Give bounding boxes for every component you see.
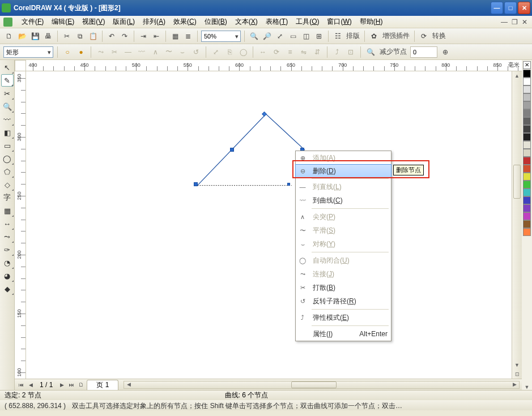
welcome-button[interactable]: ≣ — [182, 31, 194, 42]
paste-button[interactable]: 📋 — [87, 31, 99, 42]
reduce-input[interactable] — [410, 46, 437, 58]
color-swatch[interactable] — [523, 109, 531, 117]
smooth-button[interactable]: 〜 — [163, 46, 175, 58]
menu-工具[interactable]: 工具(O) — [292, 16, 322, 28]
mdi-restore-button[interactable]: ❐ — [510, 18, 518, 26]
reverse-button[interactable]: ↺ — [190, 46, 202, 58]
ctx-属性[interactable]: 属性(I)Alt+Enter — [296, 327, 391, 341]
ctx-打散[interactable]: ✂打散(B) — [296, 281, 391, 294]
ctx-到曲线[interactable]: 〰到曲线(C) — [296, 194, 391, 207]
add-node-button[interactable]: ○ — [62, 46, 73, 58]
shape-tool[interactable]: ✎ — [1, 74, 14, 87]
fill-tool[interactable]: ◕ — [1, 269, 14, 282]
smart-fill-tool[interactable]: ◧ — [1, 126, 14, 139]
menu-窗口[interactable]: 窗口(W) — [324, 16, 355, 28]
pick-tool[interactable]: ↖ — [1, 61, 14, 74]
eyedropper-tool[interactable]: ✑ — [1, 243, 14, 256]
color-swatch[interactable] — [523, 117, 531, 125]
select-all-button[interactable]: ⊡ — [345, 46, 356, 58]
color-swatch[interactable] — [523, 220, 531, 228]
to-curve-button[interactable]: 〰 — [136, 46, 147, 58]
vertical-scrollbar[interactable]: ▲ ▼ ⊡ — [512, 71, 522, 379]
minimize-button[interactable]: — — [491, 2, 503, 14]
new-button[interactable]: 🗋 — [3, 31, 15, 42]
break-node-button[interactable]: ✂ — [109, 46, 120, 58]
menu-表格[interactable]: 表格(T) — [262, 16, 291, 28]
cusp-button[interactable]: ∧ — [150, 46, 161, 58]
app-launcher-button[interactable]: ▦ — [169, 31, 181, 42]
symm-button[interactable]: ⌣ — [177, 46, 188, 58]
ctx-删除[interactable]: ⊖删除(D) — [295, 164, 391, 178]
color-swatch[interactable] — [523, 125, 531, 133]
dimension-tool[interactable]: ↔ — [1, 217, 14, 230]
zoom-page-button[interactable]: ▭ — [287, 31, 299, 42]
menu-版面[interactable]: 版面(L) — [109, 16, 138, 28]
close-path-button[interactable]: ◯ — [237, 46, 249, 58]
color-swatch[interactable] — [523, 157, 531, 165]
extend-button[interactable]: ⤢ — [210, 46, 222, 58]
polygon-tool[interactable]: ⬠ — [1, 165, 14, 178]
color-swatch[interactable] — [523, 101, 531, 109]
color-swatch[interactable] — [523, 204, 531, 212]
snap-button[interactable]: ☷ — [332, 31, 343, 42]
text-tool[interactable]: 字 — [1, 191, 14, 204]
align-button[interactable]: ≡ — [284, 46, 296, 58]
export-button[interactable]: ⇤ — [151, 31, 162, 42]
ruler-vertical[interactable]: 350300250200150100 — [15, 71, 26, 379]
first-page-button[interactable]: ⏮ — [17, 381, 25, 389]
table-tool[interactable]: ▦ — [1, 204, 14, 217]
join-nodes-button[interactable]: ⤳ — [95, 46, 107, 58]
color-swatch[interactable] — [523, 173, 531, 181]
color-swatch[interactable] — [523, 149, 531, 157]
color-swatch[interactable] — [523, 70, 531, 78]
redo-button[interactable]: ↷ — [119, 31, 130, 42]
scroll-down-button[interactable]: ▼ — [512, 361, 522, 370]
open-button[interactable]: 📂 — [16, 31, 28, 42]
page-tab[interactable]: 页 1 — [87, 380, 118, 390]
delete-node-button[interactable]: ● — [75, 46, 87, 58]
reflect-v-button[interactable]: ⇵ — [312, 46, 323, 58]
menu-视图[interactable]: 视图(V) — [79, 16, 108, 28]
nav-button[interactable]: ⊡ — [512, 370, 522, 379]
layout-label[interactable]: 排版 — [345, 31, 361, 41]
cut-button[interactable]: ✂ — [61, 31, 73, 42]
undo-button[interactable]: ↶ — [106, 31, 117, 42]
color-swatch[interactable] — [523, 93, 531, 101]
prev-page-button[interactable]: ◀ — [27, 381, 35, 389]
basic-shapes-tool[interactable]: ◇ — [1, 178, 14, 191]
path-node-selected[interactable] — [230, 148, 234, 152]
rectangle-tool[interactable]: ▭ — [1, 139, 14, 152]
outline-tool[interactable]: ◔ — [1, 256, 14, 269]
next-page-button[interactable]: ▶ — [58, 381, 66, 389]
print-button[interactable]: 🖶 — [42, 31, 54, 42]
mdi-close-button[interactable]: ✕ — [521, 18, 529, 26]
menu-位图[interactable]: 位图(B) — [201, 16, 231, 28]
ctx-弹性模式[interactable]: ⤴弹性模式(E) — [296, 311, 391, 324]
path-node[interactable] — [194, 182, 198, 186]
import-button[interactable]: ⇥ — [138, 31, 149, 42]
color-swatch[interactable] — [523, 188, 531, 196]
zoom-sel-button[interactable]: ◫ — [300, 31, 312, 42]
zoom-fit-button[interactable]: ⤢ — [274, 31, 286, 42]
path-node[interactable] — [287, 183, 290, 186]
ellipse-tool[interactable]: ◯ — [1, 152, 14, 165]
color-swatch[interactable] — [523, 165, 531, 173]
color-swatch[interactable] — [523, 181, 531, 188]
options-button[interactable]: ✿ — [368, 31, 380, 42]
color-swatch[interactable] — [523, 85, 531, 93]
zoom-tool[interactable]: 🔍 — [1, 100, 14, 113]
color-swatch[interactable] — [523, 196, 531, 204]
ruler-horizontal[interactable]: 毫米 400450500550600650700750800850 — [26, 60, 522, 71]
palette-scroll-down[interactable]: ▼ — [525, 384, 530, 390]
color-swatch[interactable] — [523, 212, 531, 220]
menu-文本[interactable]: 文本(X) — [232, 16, 261, 28]
ctx-反转子路径[interactable]: ↺反转子路径(R) — [296, 294, 391, 308]
connector-tool[interactable]: ⤳ — [1, 230, 14, 243]
freehand-tool[interactable]: 〰 — [1, 113, 14, 126]
maximize-button[interactable]: □ — [504, 2, 517, 14]
shape-select[interactable]: 矩形 — [3, 46, 53, 58]
menu-排列[interactable]: 排列(A) — [139, 16, 169, 28]
color-swatch[interactable] — [523, 228, 531, 236]
close-button[interactable]: ✕ — [518, 2, 530, 14]
scroll-right-button[interactable]: ▶ — [510, 381, 519, 388]
